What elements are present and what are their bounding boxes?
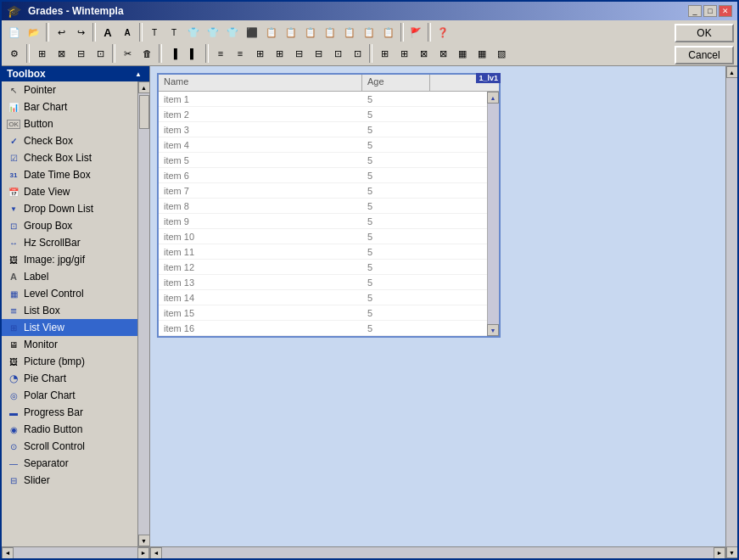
sidebar-item-separator[interactable]: Separator bbox=[2, 455, 137, 472]
maximize-button[interactable]: □ bbox=[703, 5, 717, 17]
table-row[interactable]: item 95 bbox=[159, 214, 499, 229]
table-row[interactable]: item 35 bbox=[159, 122, 499, 137]
sidebar-item-radio-button[interactable]: Radio Button bbox=[2, 421, 137, 438]
tb-img6[interactable]: ⬛ bbox=[243, 23, 261, 42]
sidebar-item-bar-chart[interactable]: Bar Chart bbox=[2, 98, 137, 115]
tb-img3[interactable]: 👕 bbox=[184, 23, 203, 42]
sidebar-item-date-view[interactable]: Date View bbox=[2, 183, 137, 200]
tb-redo[interactable]: ↪ bbox=[71, 23, 90, 42]
lv-scroll-up[interactable]: ▲ bbox=[487, 92, 499, 104]
sidebar-item-check-box-list[interactable]: Check Box List bbox=[2, 149, 137, 166]
table-row[interactable]: item 45 bbox=[159, 137, 499, 153]
ok-button[interactable]: OK bbox=[675, 24, 734, 42]
tb-delete[interactable]: 🗑 bbox=[137, 44, 156, 63]
table-row[interactable]: item 65 bbox=[159, 168, 499, 183]
sidebar-item-polar-chart[interactable]: Polar Chart bbox=[2, 387, 137, 404]
content-scroll-right[interactable]: ► bbox=[714, 547, 725, 559]
tb-grid7[interactable]: ▧ bbox=[492, 44, 511, 63]
tb-img13[interactable]: 📋 bbox=[379, 23, 398, 42]
tb-layout1[interactable]: ⊞ bbox=[32, 44, 51, 63]
table-row[interactable]: item 25 bbox=[159, 107, 499, 122]
tb-img8[interactable]: 📋 bbox=[282, 23, 300, 42]
tb-align8[interactable]: ⊡ bbox=[348, 44, 367, 63]
tb-layout4[interactable]: ⊡ bbox=[91, 44, 109, 63]
table-row[interactable]: item 15 bbox=[159, 92, 499, 107]
tb-img7[interactable]: 📋 bbox=[262, 23, 281, 42]
minimize-button[interactable]: _ bbox=[688, 5, 702, 17]
tb-align3[interactable]: ⊞ bbox=[250, 44, 269, 63]
table-row[interactable]: item 135 bbox=[159, 275, 499, 290]
tb-align7[interactable]: ⊡ bbox=[328, 44, 347, 63]
tb-grid5[interactable]: ▦ bbox=[453, 44, 472, 63]
table-row[interactable]: item 125 bbox=[159, 260, 499, 275]
tb-text-A[interactable]: A bbox=[98, 23, 117, 42]
tb-new[interactable]: 📄 bbox=[5, 23, 24, 42]
tb-img1[interactable]: T bbox=[145, 23, 164, 42]
cancel-button[interactable]: Cancel bbox=[675, 46, 734, 64]
table-row[interactable]: item 145 bbox=[159, 290, 499, 305]
tb-bar1[interactable]: ▐ bbox=[165, 44, 183, 63]
tb-flag[interactable]: 🚩 bbox=[406, 23, 425, 42]
table-row[interactable]: item 105 bbox=[159, 229, 499, 244]
tb-align5[interactable]: ⊟ bbox=[289, 44, 308, 63]
sidebar-item-slider[interactable]: Slider bbox=[2, 472, 137, 489]
tb-img5[interactable]: 👕 bbox=[223, 23, 242, 42]
tb-align6[interactable]: ⊟ bbox=[309, 44, 328, 63]
sidebar-item-check-box[interactable]: Check Box bbox=[2, 132, 137, 149]
close-button[interactable]: ✕ bbox=[719, 5, 732, 17]
tb-layout3[interactable]: ⊟ bbox=[71, 44, 90, 63]
tb-bar2[interactable]: ▌ bbox=[184, 44, 203, 63]
table-row[interactable]: item 85 bbox=[159, 199, 499, 214]
tb-pointer[interactable]: ⚙ bbox=[5, 44, 24, 63]
sidebar-item-group-box[interactable]: Group Box bbox=[2, 217, 137, 234]
sidebar-item-button[interactable]: Button bbox=[2, 115, 137, 132]
sidebar-item-drop-down-list[interactable]: Drop Down List bbox=[2, 200, 137, 217]
sidebar-item-image[interactable]: Image: jpg/gif bbox=[2, 251, 137, 268]
right-scroll-up[interactable]: ▲ bbox=[726, 66, 738, 78]
tb-undo[interactable]: ↩ bbox=[52, 23, 70, 42]
tb-grid2[interactable]: ⊞ bbox=[395, 44, 413, 63]
tb-grid1[interactable]: ⊞ bbox=[375, 44, 394, 63]
table-row[interactable]: item 155 bbox=[159, 305, 499, 321]
tb-grid6[interactable]: ▦ bbox=[473, 44, 491, 63]
tb-grid4[interactable]: ⊠ bbox=[434, 44, 452, 63]
tb-img11[interactable]: 📋 bbox=[340, 23, 359, 42]
sidebar-item-pie-chart[interactable]: Pie Chart bbox=[2, 370, 137, 387]
tb-help[interactable]: ❓ bbox=[434, 23, 452, 42]
lv-scroll-down[interactable]: ▼ bbox=[487, 324, 499, 336]
sidebar-item-progress-bar[interactable]: Progress Bar bbox=[2, 404, 137, 421]
tb-img2[interactable]: T bbox=[165, 23, 183, 42]
sidebar-scroll-left[interactable]: ◄ bbox=[2, 547, 14, 559]
right-scroll-down[interactable]: ▼ bbox=[726, 546, 738, 558]
table-row[interactable]: item 165 bbox=[159, 321, 499, 336]
sidebar-item-list-box[interactable]: List Box bbox=[2, 302, 137, 319]
tb-img12[interactable]: 📋 bbox=[360, 23, 378, 42]
tb-img9[interactable]: 📋 bbox=[301, 23, 320, 42]
sidebar-item-hz-scrollbar[interactable]: Hz ScrollBar bbox=[2, 234, 137, 251]
tb-align4[interactable]: ⊞ bbox=[270, 44, 288, 63]
sidebar-item-picture[interactable]: Picture (bmp) bbox=[2, 353, 137, 370]
tb-cut2[interactable]: ✂ bbox=[118, 44, 137, 63]
content-scroll-left[interactable]: ◄ bbox=[150, 547, 162, 559]
tb-text-a[interactable]: A bbox=[118, 23, 137, 42]
sidebar-scroll-up-btn[interactable]: ▲ bbox=[138, 81, 150, 93]
sidebar-item-pointer[interactable]: Pointer bbox=[2, 81, 137, 98]
sidebar-item-label[interactable]: Label bbox=[2, 268, 137, 285]
sidebar-item-date-time-box[interactable]: Date Time Box bbox=[2, 166, 137, 183]
sidebar-scroll-up[interactable]: ▲ bbox=[132, 68, 144, 80]
tb-layout2[interactable]: ⊠ bbox=[52, 44, 70, 63]
tb-align2[interactable]: ≡ bbox=[231, 44, 249, 63]
table-row[interactable]: item 75 bbox=[159, 183, 499, 199]
tb-align1[interactable]: ≡ bbox=[211, 44, 230, 63]
sidebar-item-list-view[interactable]: List View bbox=[2, 319, 137, 336]
sidebar-item-monitor[interactable]: Monitor bbox=[2, 336, 137, 353]
sidebar-scroll-right[interactable]: ► bbox=[137, 547, 149, 559]
sidebar-item-level-control[interactable]: Level Control bbox=[2, 285, 137, 302]
sidebar-item-scroll-control[interactable]: Scroll Control bbox=[2, 438, 137, 455]
tb-grid3[interactable]: ⊠ bbox=[414, 44, 433, 63]
sidebar-scroll-down-btn[interactable]: ▼ bbox=[138, 535, 150, 546]
tb-img10[interactable]: 📋 bbox=[321, 23, 339, 42]
tb-img4[interactable]: 👕 bbox=[204, 23, 222, 42]
table-row[interactable]: item 55 bbox=[159, 153, 499, 168]
tb-open[interactable]: 📂 bbox=[25, 23, 43, 42]
